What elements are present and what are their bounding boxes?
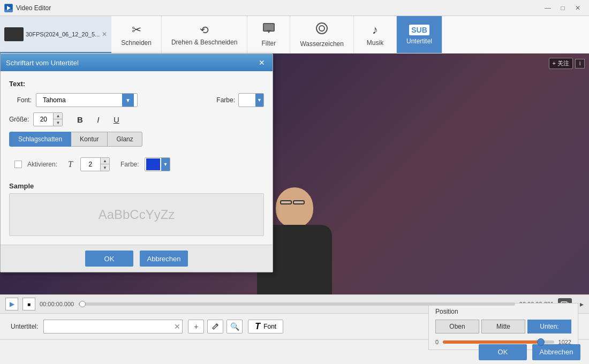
tab-drehen[interactable]: ⟲ Drehen & Beschneiden (162, 16, 247, 53)
schneiden-label: Schneiden (121, 39, 152, 47)
italic-button[interactable]: I (90, 112, 105, 126)
file-thumbnail (4, 27, 24, 41)
stop-button[interactable]: ■ (22, 298, 35, 310)
wasserzeichen-label: Wasserzeichen (300, 40, 344, 48)
footer-ok-button[interactable]: OK (479, 344, 527, 360)
svg-point-5 (316, 23, 327, 34)
controls-row: Untertitel: ✕ + 🔍 T Font Position Obe (0, 314, 589, 339)
position-title: Position (435, 308, 571, 315)
shadow-spin-down[interactable]: ▼ (101, 164, 109, 171)
play-button[interactable]: ▶ (5, 298, 18, 310)
pos-mitte-button[interactable]: Mitte (481, 320, 525, 333)
position-thumb (537, 338, 545, 346)
font-dialog: Schriftart vom Untertitel ✕ Text: Font: … (0, 54, 273, 272)
subtitle-label: Untertitel: (11, 323, 38, 330)
shadow-spinners: ▲ ▼ (100, 158, 109, 171)
dialog-tabs: Schlagschatten Kontur Glanz (9, 132, 264, 147)
size-spinners: ▲ ▼ (53, 113, 62, 126)
dialog-close-button[interactable]: ✕ (256, 57, 267, 68)
footer-cancel-button[interactable]: Abbrechen (532, 344, 580, 360)
filter-icon (262, 22, 275, 37)
toolbar: 30FPS(2024_06_12_20_5... ✕ ✂ Schneiden ⟲… (0, 16, 589, 54)
shadow-row: Aktivieren: T 2 ▲ ▼ Farbe: ▼ (9, 157, 264, 171)
info-icon[interactable]: i (575, 59, 585, 69)
untertitel-icon: SUB (409, 25, 429, 35)
subtitle-clear-button[interactable]: ✕ (172, 322, 182, 331)
tab-musik[interactable]: ♪ Musik (354, 16, 397, 53)
shadow-color-label: Farbe: (120, 161, 139, 168)
font-select-value: Tahoma (40, 96, 122, 104)
minimize-button[interactable]: — (541, 3, 555, 13)
tab-schneiden[interactable]: ✂ Schneiden (111, 16, 162, 53)
dialog-cancel-button[interactable]: Abbrechen (140, 251, 188, 267)
dialog-body: Text: Font: Tahoma ▼ Farbe: ▼ (1, 71, 273, 245)
size-format-row: Größe: 20 ▲ ▼ B I U (9, 112, 264, 126)
color-picker[interactable]: ▼ (238, 93, 264, 107)
action-buttons: + 🔍 (188, 320, 243, 333)
subtitle-input-container: ✕ (43, 320, 183, 333)
file-tab[interactable]: 30FPS(2024_06_12_20_5... ✕ (0, 16, 111, 53)
font-select[interactable]: Tahoma ▼ (36, 93, 138, 107)
aktivieren-checkbox[interactable] (14, 161, 22, 168)
size-value: 20 (34, 116, 53, 123)
shadow-size-value: 2 (81, 161, 100, 168)
size-spin-down[interactable]: ▼ (54, 119, 62, 126)
timeline-slider[interactable] (78, 302, 515, 306)
sample-label: Sample (9, 182, 264, 190)
maximize-button[interactable]: □ (556, 3, 570, 13)
edit-subtitle-button[interactable] (207, 320, 223, 333)
wasserzeichen-icon (315, 22, 328, 38)
shadow-size-input[interactable]: 2 ▲ ▼ (80, 157, 110, 171)
color-arrow: ▼ (255, 94, 263, 107)
tab-kontur[interactable]: Kontur (71, 132, 108, 147)
size-input[interactable]: 20 ▲ ▼ (33, 112, 63, 126)
add-subtitle-button[interactable]: + (188, 320, 204, 333)
svg-rect-3 (264, 24, 274, 31)
color-label: Farbe: (216, 96, 235, 104)
pos-oben-button[interactable]: Oben (435, 320, 479, 333)
video-top-right: + 关注 i (549, 58, 585, 69)
main-area: + 关注 i 60 Die Position und Größe des Unt… (0, 54, 589, 364)
font-button-icon: T (255, 322, 260, 331)
aktivieren-label: Aktivieren: (27, 161, 57, 168)
text-section-label: Text: (9, 80, 264, 88)
underline-button[interactable]: U (109, 112, 124, 126)
dialog-ok-button[interactable]: OK (85, 251, 133, 267)
volume-up-icon[interactable]: ▸ (580, 300, 584, 308)
shadow-text-icon: T (68, 160, 73, 169)
tab-untertitel[interactable]: SUB Untertitel (397, 16, 442, 53)
position-slider[interactable] (443, 340, 554, 344)
shadow-color-display (146, 158, 161, 170)
time-start: 00:00:00.000 (40, 301, 74, 307)
tab-filter[interactable]: Filter (247, 16, 290, 53)
tab-schlagschatten[interactable]: Schlagschatten (9, 132, 71, 147)
size-spin-up[interactable]: ▲ (54, 113, 62, 119)
titlebar-left: Video Editor (4, 4, 51, 12)
font-select-arrow: ▼ (122, 94, 134, 107)
shadow-color-picker[interactable]: ▼ (145, 157, 170, 171)
person-head (276, 187, 313, 228)
pos-unten-button[interactable]: Unten: (527, 320, 571, 333)
titlebar: Video Editor — □ ✕ (0, 0, 589, 16)
file-tab-label: 30FPS(2024_06_12_20_5... (26, 31, 100, 37)
font-button[interactable]: T Font (248, 320, 283, 333)
subtitle-input[interactable] (44, 320, 172, 333)
tab-wasserzeichen[interactable]: Wasserzeichen (290, 16, 354, 53)
shadow-content: Aktivieren: T 2 ▲ ▼ Farbe: ▼ (9, 153, 264, 178)
sample-box: AaBbCcYyZz (9, 193, 264, 236)
bold-button[interactable]: B (72, 112, 87, 126)
shadow-color-arrow: ▼ (161, 158, 169, 171)
search-subtitle-button[interactable]: 🔍 (226, 320, 243, 333)
close-button[interactable]: ✕ (571, 3, 585, 13)
shadow-spin-up[interactable]: ▲ (101, 158, 109, 164)
musik-icon: ♪ (372, 23, 378, 37)
position-panel: Position Oben Mitte Unten: 0 1022 (428, 303, 578, 350)
position-track-fill (443, 340, 541, 344)
pos-min-label: 0 (435, 339, 439, 345)
follow-button[interactable]: + 关注 (549, 58, 573, 69)
file-tab-close[interactable]: ✕ (102, 31, 107, 38)
color-row: Farbe: ▼ (216, 93, 264, 107)
tab-glanz[interactable]: Glanz (107, 132, 142, 147)
dialog-footer: OK Abbrechen (1, 245, 273, 272)
font-label: Font: (9, 96, 32, 104)
